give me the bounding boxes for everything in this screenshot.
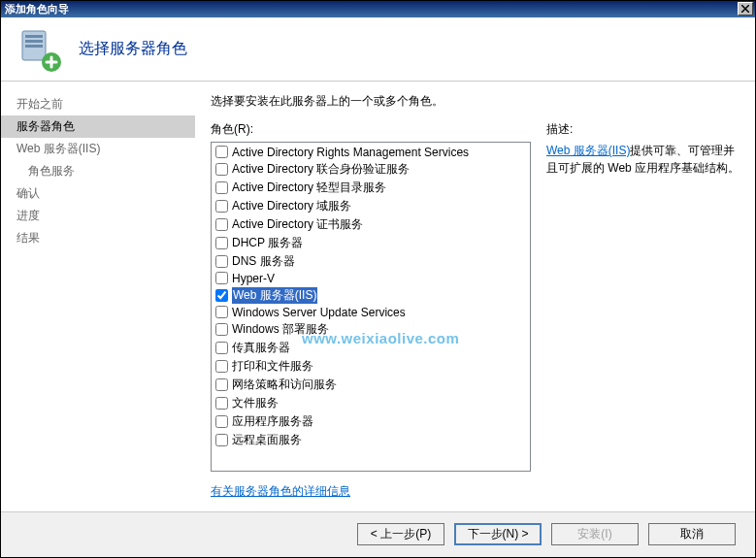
sidebar-item-3[interactable]: 角色服务 [1,160,195,182]
wizard-window: 添加角色向导 选择服务器角色 开始之前服务器角色Web 服务器(IIS)角色服务… [0,0,756,558]
role-checkbox-10[interactable] [215,323,228,336]
sidebar-item-6[interactable]: 结果 [1,227,195,249]
sidebar-item-5[interactable]: 进度 [1,205,195,227]
role-checkbox-2[interactable] [215,181,228,194]
install-button: 安装(I) [551,523,639,545]
main-panel: 选择要安装在此服务器上的一个或多个角色。 角色(R): Active Direc… [195,82,755,511]
role-label-15: 应用程序服务器 [232,413,313,430]
role-row-5[interactable]: DHCP 服务器 [214,234,528,252]
role-row-15[interactable]: 应用程序服务器 [214,412,528,431]
role-checkbox-1[interactable] [215,163,228,176]
role-label-12: 打印和文件服务 [232,358,313,375]
role-checkbox-12[interactable] [215,360,228,373]
sidebar-item-4[interactable]: 确认 [1,182,195,205]
header: 选择服务器角色 [1,17,755,82]
role-label-2: Active Directory 轻型目录服务 [232,180,386,196]
next-button[interactable]: 下一步(N) > [454,523,542,545]
main-row: 角色(R): Active Directory Rights Managemen… [211,121,743,500]
role-label-4: Active Directory 证书服务 [232,216,363,233]
role-checkbox-11[interactable] [215,342,228,354]
role-row-1[interactable]: Active Directory 联合身份验证服务 [214,160,528,179]
description-text: Web 服务器(IIS)提供可靠、可管理并且可扩展的 Web 应用程序基础结构。 [546,142,743,177]
roles-label: 角色(R): [211,121,531,138]
role-checkbox-14[interactable] [215,397,228,410]
role-label-0: Active Directory Rights Management Servi… [232,146,469,159]
footer: < 上一步(P) 下一步(N) > 安装(I) 取消 [1,511,755,557]
role-checkbox-7[interactable] [215,272,228,284]
role-checkbox-15[interactable] [215,415,228,428]
role-row-4[interactable]: Active Directory 证书服务 [214,215,528,234]
role-label-1: Active Directory 联合身份验证服务 [232,161,410,178]
window-title: 添加角色向导 [5,2,69,16]
role-label-10: Windows 部署服务 [232,321,329,338]
sidebar-item-0[interactable]: 开始之前 [1,93,195,115]
role-checkbox-5[interactable] [215,237,228,249]
role-checkbox-6[interactable] [215,255,228,268]
role-label-14: 文件服务 [232,395,279,411]
role-row-9[interactable]: Windows Server Update Services [214,305,528,320]
description-column: 描述: Web 服务器(IIS)提供可靠、可管理并且可扩展的 Web 应用程序基… [546,121,743,500]
roles-column: 角色(R): Active Directory Rights Managemen… [211,121,531,500]
role-label-9: Windows Server Update Services [232,306,406,319]
role-row-2[interactable]: Active Directory 轻型目录服务 [214,179,528,197]
body: 开始之前服务器角色Web 服务器(IIS)角色服务确认进度结果 选择要安装在此服… [1,82,755,511]
role-row-0[interactable]: Active Directory Rights Management Servi… [214,145,528,160]
role-label-3: Active Directory 域服务 [232,198,351,214]
role-row-11[interactable]: 传真服务器 [214,339,528,357]
role-row-14[interactable]: 文件服务 [214,394,528,412]
close-button[interactable] [738,2,753,16]
description-link[interactable]: Web 服务器(IIS) [546,144,630,157]
titlebar: 添加角色向导 [1,1,755,17]
role-row-6[interactable]: DNS 服务器 [214,252,528,271]
role-label-13: 网络策略和访问服务 [232,377,337,393]
description-label: 描述: [546,121,743,138]
role-checkbox-9[interactable] [215,306,228,318]
role-row-10[interactable]: Windows 部署服务 [214,320,528,339]
role-row-7[interactable]: Hyper-V [214,271,528,286]
role-row-16[interactable]: 远程桌面服务 [214,431,528,449]
role-checkbox-4[interactable] [215,218,228,231]
role-checkbox-16[interactable] [215,434,228,446]
instruction-text: 选择要安装在此服务器上的一个或多个角色。 [211,93,743,110]
prev-button[interactable]: < 上一步(P) [357,523,444,545]
role-checkbox-8[interactable] [215,289,228,302]
role-row-12[interactable]: 打印和文件服务 [214,357,528,376]
svg-rect-2 [25,40,43,43]
sidebar: 开始之前服务器角色Web 服务器(IIS)角色服务确认进度结果 [1,82,195,511]
cancel-button[interactable]: 取消 [648,523,736,545]
role-checkbox-13[interactable] [215,378,228,391]
role-row-13[interactable]: 网络策略和访问服务 [214,376,528,394]
role-checkbox-3[interactable] [215,200,228,213]
role-row-3[interactable]: Active Directory 域服务 [214,197,528,215]
server-role-icon [16,25,63,72]
svg-rect-3 [25,45,43,48]
role-row-8[interactable]: Web 服务器(IIS) [214,286,528,305]
role-label-16: 远程桌面服务 [232,432,302,448]
page-title: 选择服务器角色 [79,39,187,59]
svg-rect-1 [25,35,43,38]
role-label-11: 传真服务器 [232,340,290,356]
sidebar-item-1[interactable]: 服务器角色 [1,115,195,138]
role-label-7: Hyper-V [232,272,275,285]
role-checkbox-0[interactable] [215,146,228,158]
sidebar-item-2[interactable]: Web 服务器(IIS) [1,138,195,160]
role-label-6: DNS 服务器 [232,253,295,270]
more-info-link[interactable]: 有关服务器角色的详细信息 [211,483,531,500]
close-icon [741,5,749,13]
roles-listbox[interactable]: Active Directory Rights Management Servi… [211,142,531,472]
role-label-8: Web 服务器(IIS) [232,287,317,304]
role-label-5: DHCP 服务器 [232,235,303,251]
